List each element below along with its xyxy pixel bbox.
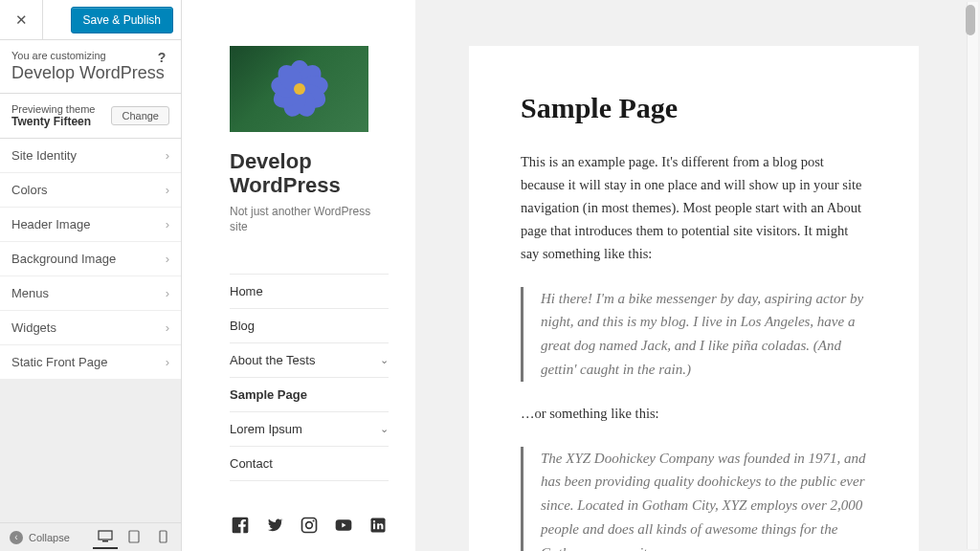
nav-item-home[interactable]: Home bbox=[230, 275, 389, 309]
change-theme-button[interactable]: Change bbox=[111, 106, 169, 125]
collapse-icon: ‹ bbox=[10, 531, 23, 544]
scrollbar-thumb[interactable] bbox=[966, 5, 975, 35]
svg-rect-1 bbox=[102, 540, 108, 542]
previewing-label: Previewing theme bbox=[11, 103, 95, 115]
nav-label: About the Tests bbox=[230, 353, 315, 367]
svg-point-10 bbox=[373, 520, 375, 522]
chevron-down-icon[interactable]: ⌄ bbox=[380, 354, 389, 366]
section-label: Colors bbox=[11, 183, 48, 197]
nav-item-about[interactable]: About the Tests⌄ bbox=[230, 343, 389, 378]
chevron-down-icon[interactable]: ⌄ bbox=[380, 423, 389, 435]
help-icon[interactable]: ? bbox=[154, 50, 169, 65]
site-preview: Develop WordPress Not just another WordP… bbox=[182, 0, 967, 551]
chevron-right-icon: › bbox=[166, 183, 169, 197]
section-label: Site Identity bbox=[11, 148, 77, 163]
chevron-right-icon: › bbox=[166, 320, 169, 335]
svg-point-6 bbox=[313, 520, 315, 522]
nav-label: Contact bbox=[230, 456, 273, 471]
customizing-site-name: Develop WordPress bbox=[11, 63, 169, 83]
header-image bbox=[230, 46, 368, 132]
nav-item-blog[interactable]: Blog bbox=[230, 309, 389, 343]
nav-label: Blog bbox=[230, 319, 255, 333]
section-site-identity[interactable]: Site Identity› bbox=[0, 139, 181, 173]
chevron-right-icon: › bbox=[166, 252, 169, 266]
site-sidebar: Develop WordPress Not just another WordP… bbox=[182, 0, 415, 551]
device-mobile-button[interactable] bbox=[150, 526, 175, 549]
save-publish-button[interactable]: Save & Publish bbox=[71, 7, 173, 33]
section-menus[interactable]: Menus› bbox=[0, 276, 181, 311]
blockquote: The XYZ Doohickey Company was founded in… bbox=[521, 447, 867, 551]
theme-preview-row: Previewing theme Twenty Fifteen Change bbox=[0, 94, 181, 139]
blockquote: Hi there! I'm a bike messenger by day, a… bbox=[521, 287, 867, 382]
chevron-right-icon: › bbox=[166, 286, 169, 300]
facebook-icon[interactable] bbox=[230, 515, 251, 536]
site-tagline: Not just another WordPress site bbox=[230, 204, 389, 236]
social-links bbox=[230, 515, 392, 551]
svg-point-5 bbox=[306, 522, 313, 529]
section-label: Header Image bbox=[11, 217, 90, 231]
svg-rect-9 bbox=[373, 524, 375, 530]
chevron-right-icon: › bbox=[166, 217, 169, 231]
section-label: Menus bbox=[11, 286, 49, 300]
article: Sample Page This is an example page. It'… bbox=[469, 46, 919, 551]
nav-label: Home bbox=[230, 284, 263, 298]
customizing-info: You are customizing Develop WordPress ? bbox=[0, 40, 181, 94]
page-title: Sample Page bbox=[521, 92, 867, 124]
theme-name: Twenty Fifteen bbox=[11, 115, 95, 128]
collapse-label: Collapse bbox=[29, 532, 70, 543]
section-header-image[interactable]: Header Image› bbox=[0, 208, 181, 242]
customizing-label: You are customizing bbox=[11, 50, 169, 61]
content-area: Sample Page This is an example page. It'… bbox=[415, 0, 967, 551]
section-background-image[interactable]: Background Image› bbox=[0, 242, 181, 276]
svg-rect-0 bbox=[99, 531, 112, 540]
section-label: Background Image bbox=[11, 252, 116, 266]
flower-graphic bbox=[271, 60, 328, 118]
paragraph: This is an example page. It's different … bbox=[521, 151, 867, 266]
panel-footer: ‹ Collapse bbox=[0, 522, 181, 551]
youtube-icon[interactable] bbox=[333, 515, 354, 536]
site-title[interactable]: Develop WordPress bbox=[230, 149, 389, 198]
preview-pane: Develop WordPress Not just another WordP… bbox=[182, 0, 980, 551]
section-label: Widgets bbox=[11, 320, 56, 335]
chevron-right-icon: › bbox=[166, 355, 169, 369]
collapse-button[interactable]: ‹ Collapse bbox=[6, 527, 89, 548]
close-button[interactable]: ✕ bbox=[0, 0, 43, 39]
panel-header: ✕ Save & Publish bbox=[0, 0, 181, 40]
nav-item-contact[interactable]: Contact bbox=[230, 447, 389, 481]
customizer-sections: Site Identity› Colors› Header Image› Bac… bbox=[0, 139, 181, 380]
linkedin-icon[interactable] bbox=[368, 515, 389, 536]
svg-rect-2 bbox=[129, 531, 139, 542]
instagram-icon[interactable] bbox=[299, 515, 320, 536]
section-label: Static Front Page bbox=[11, 355, 107, 369]
twitter-icon[interactable] bbox=[264, 515, 285, 536]
svg-rect-3 bbox=[160, 531, 167, 542]
section-widgets[interactable]: Widgets› bbox=[0, 311, 181, 345]
device-desktop-button[interactable] bbox=[93, 526, 118, 549]
nav-item-lorem[interactable]: Lorem Ipsum⌄ bbox=[230, 412, 389, 447]
device-tablet-button[interactable] bbox=[122, 526, 146, 549]
nav-label: Sample Page bbox=[230, 387, 307, 402]
paragraph: …or something like this: bbox=[521, 403, 867, 426]
scrollbar-track[interactable] bbox=[967, 2, 978, 549]
nav-label: Lorem Ipsum bbox=[230, 422, 302, 436]
customizer-panel: ✕ Save & Publish You are customizing Dev… bbox=[0, 0, 182, 551]
primary-nav: Home Blog About the Tests⌄ Sample Page L… bbox=[230, 274, 389, 481]
section-colors[interactable]: Colors› bbox=[0, 173, 181, 208]
section-static-front-page[interactable]: Static Front Page› bbox=[0, 345, 181, 380]
nav-item-sample-page[interactable]: Sample Page bbox=[230, 378, 389, 412]
chevron-right-icon: › bbox=[166, 148, 169, 163]
